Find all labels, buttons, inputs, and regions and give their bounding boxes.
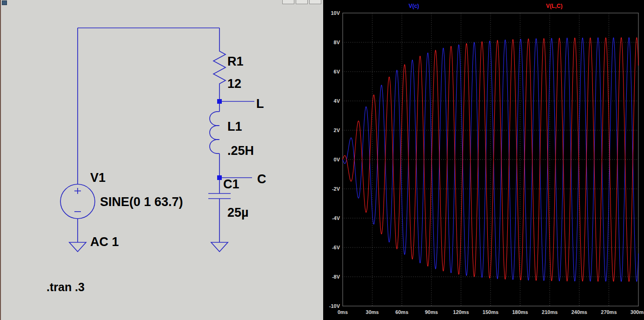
resistor-r1[interactable] — [213, 48, 226, 88]
inductor-l1[interactable] — [210, 112, 219, 153]
tran-directive-label[interactable]: .tran .3 — [46, 280, 85, 293]
waveform-panel[interactable]: 10V8V6V4V2V0V-2V-4V-6V-8V-10V0ms30ms60ms… — [323, 0, 644, 320]
restore-button[interactable] — [296, 0, 308, 4]
r1-ref-label[interactable]: R1 — [227, 54, 244, 68]
x-axis-tick-label: 30ms — [366, 309, 379, 315]
node-square-l[interactable] — [217, 99, 222, 104]
x-axis-tick-label: 60ms — [395, 309, 408, 315]
y-axis-tick-label: 8V — [334, 40, 340, 45]
y-axis-tick-label: -6V — [332, 245, 340, 250]
window-controls — [282, 0, 321, 4]
y-axis-tick-label: 2V — [334, 127, 340, 133]
y-axis-tick-label: -4V — [332, 215, 340, 221]
node-label-c[interactable]: C — [257, 172, 266, 186]
x-axis-tick-label: 150ms — [483, 309, 498, 315]
waveform-plot[interactable]: 10V8V6V4V2V0V-2V-4V-6V-8V-10V0ms30ms60ms… — [323, 0, 644, 320]
legend-vlc[interactable]: V(L,C) — [546, 3, 562, 9]
y-axis-tick-label: 0V — [334, 157, 340, 162]
x-axis-tick-label: 180ms — [512, 309, 528, 315]
close-button[interactable] — [309, 0, 321, 4]
ground-symbol-v1[interactable] — [69, 242, 86, 252]
x-axis-tick-label: 240ms — [571, 309, 587, 315]
l1-ref-label[interactable]: L1 — [227, 120, 242, 133]
l1-value-label[interactable]: .25H — [227, 144, 254, 158]
r1-value-label[interactable]: 12 — [227, 77, 241, 91]
minimize-button[interactable] — [282, 0, 294, 4]
schematic-titlebar — [1, 0, 323, 5]
x-axis-tick-label: 210ms — [542, 309, 558, 315]
capacitor-c1[interactable] — [208, 193, 231, 199]
x-axis-tick-label: 90ms — [425, 309, 438, 315]
ltspice-window: R1 12 L L1 .25H C C1 25µ V1 SINE(0 1 63.… — [0, 0, 644, 320]
y-axis-tick-label: 6V — [334, 69, 340, 74]
ground-symbol-c1[interactable] — [211, 242, 228, 252]
v1-ac-label[interactable]: AC 1 — [90, 235, 119, 249]
plus-sign-icon — [74, 188, 81, 194]
node-label-l[interactable]: L — [256, 97, 264, 111]
schematic-panel[interactable]: R1 12 L L1 .25H C C1 25µ V1 SINE(0 1 63.… — [0, 0, 323, 320]
legend-vc[interactable]: V(c) — [409, 3, 419, 9]
y-axis-tick-label: -2V — [332, 186, 340, 192]
node-square-c[interactable] — [217, 175, 222, 180]
y-axis-tick-label: 10V — [331, 10, 340, 16]
c1-ref-label[interactable]: C1 — [223, 177, 239, 191]
v1-ref-label[interactable]: V1 — [90, 171, 106, 185]
v1-value-label[interactable]: SINE(0 1 63.7) — [100, 195, 183, 209]
x-axis-tick-label: 120ms — [453, 309, 469, 315]
x-axis-tick-label: 0ms — [338, 309, 348, 315]
schematic-canvas[interactable]: R1 12 L L1 .25H C C1 25µ V1 SINE(0 1 63.… — [1, 0, 324, 320]
schematic-window-icon — [2, 0, 7, 5]
x-axis-tick-label: 300ms — [631, 309, 644, 315]
y-axis-tick-label: 4V — [334, 98, 340, 104]
trace-vlc[interactable] — [343, 38, 638, 281]
x-axis-tick-label: 270ms — [601, 309, 617, 315]
y-axis-tick-label: -10V — [329, 303, 340, 309]
y-axis-tick-label: -8V — [332, 274, 340, 280]
c1-value-label[interactable]: 25µ — [227, 206, 249, 220]
